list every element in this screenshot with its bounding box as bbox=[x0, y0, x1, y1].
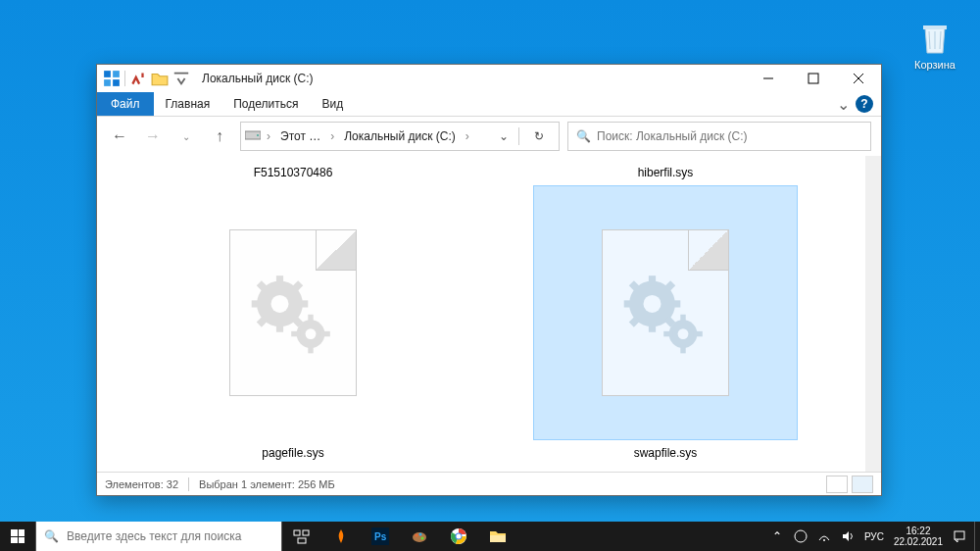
status-bar: Элементов: 32 Выбран 1 элемент: 256 МБ bbox=[97, 472, 881, 495]
chevron-right-icon[interactable]: › bbox=[328, 129, 336, 143]
svg-rect-2 bbox=[113, 71, 120, 77]
qat-properties-icon[interactable] bbox=[129, 70, 147, 87]
svg-point-54 bbox=[457, 534, 462, 539]
tray-language[interactable]: РУС bbox=[864, 531, 884, 542]
ribbon-expand-icon[interactable]: ⌄ bbox=[837, 95, 850, 114]
quick-access-toolbar bbox=[97, 70, 196, 87]
nav-up-button[interactable]: ↑ bbox=[207, 124, 232, 149]
svg-rect-29 bbox=[649, 322, 656, 332]
tray-google-icon[interactable] bbox=[794, 529, 808, 543]
start-button[interactable] bbox=[0, 522, 35, 551]
taskbar-pinned-apps: Ps bbox=[282, 522, 517, 551]
close-button[interactable] bbox=[836, 65, 881, 92]
tray-date: 22.02.2021 bbox=[894, 536, 943, 547]
qat-app-icon[interactable] bbox=[103, 70, 121, 87]
tray-clock[interactable]: 16:22 22.02.2021 bbox=[894, 526, 943, 547]
svg-rect-14 bbox=[252, 300, 263, 307]
svg-rect-30 bbox=[624, 300, 635, 307]
taskbar: 🔍 Ps ⌃ РУС 16:22 22.02.2021 bbox=[0, 522, 980, 551]
svg-rect-3 bbox=[104, 79, 111, 86]
title-bar[interactable]: Локальный диск (C:) bbox=[97, 65, 881, 92]
svg-rect-55 bbox=[490, 535, 506, 542]
maximize-button[interactable] bbox=[791, 65, 836, 92]
svg-rect-1 bbox=[104, 71, 111, 77]
svg-rect-45 bbox=[298, 538, 306, 543]
svg-point-50 bbox=[419, 533, 422, 536]
explorer-window: Локальный диск (C:) Файл Главная Поделит… bbox=[96, 64, 882, 496]
view-details-button[interactable] bbox=[826, 476, 848, 493]
ribbon-tabs: Файл Главная Поделиться Вид ⌄ ? bbox=[97, 92, 881, 117]
svg-rect-41 bbox=[694, 331, 703, 336]
qat-folder-icon[interactable] bbox=[151, 70, 169, 87]
svg-rect-28 bbox=[649, 276, 656, 286]
chevron-right-icon[interactable]: › bbox=[464, 129, 471, 143]
svg-point-51 bbox=[421, 537, 424, 540]
show-desktop-button[interactable] bbox=[974, 522, 980, 551]
tray-notifications-icon[interactable] bbox=[953, 529, 966, 543]
task-view-button[interactable] bbox=[282, 522, 321, 551]
tray-volume-icon[interactable] bbox=[841, 529, 855, 543]
drive-icon bbox=[245, 129, 261, 144]
ribbon-tab-file[interactable]: Файл bbox=[97, 92, 154, 116]
svg-rect-58 bbox=[955, 531, 964, 539]
svg-rect-22 bbox=[308, 315, 313, 324]
taskbar-app-chrome[interactable] bbox=[439, 522, 478, 551]
nav-forward-button[interactable]: → bbox=[140, 124, 166, 149]
svg-point-36 bbox=[644, 295, 662, 313]
taskbar-app-explorer[interactable] bbox=[478, 522, 517, 551]
svg-rect-6 bbox=[808, 74, 818, 83]
svg-rect-12 bbox=[276, 276, 283, 286]
breadcrumb-current[interactable]: Локальный диск (C:) bbox=[340, 125, 460, 148]
taskbar-app-photoshop[interactable]: Ps bbox=[361, 522, 400, 551]
search-icon: 🔍 bbox=[44, 529, 59, 543]
qat-dropdown-icon[interactable] bbox=[172, 70, 190, 87]
status-item-count: Элементов: 32 bbox=[105, 478, 178, 490]
ribbon-tab-share[interactable]: Поделиться bbox=[221, 92, 310, 116]
file-thumbnail[interactable] bbox=[161, 185, 425, 440]
vertical-scrollbar[interactable] bbox=[865, 156, 881, 472]
tray-chevron-up-icon[interactable]: ⌃ bbox=[770, 529, 784, 543]
refresh-button[interactable]: ↻ bbox=[523, 122, 555, 151]
svg-rect-44 bbox=[303, 530, 309, 535]
svg-rect-4 bbox=[113, 79, 120, 86]
svg-text:Ps: Ps bbox=[374, 531, 387, 542]
search-input[interactable] bbox=[597, 129, 862, 143]
address-dropdown-icon[interactable]: ⌄ bbox=[493, 129, 514, 143]
svg-rect-43 bbox=[294, 530, 300, 535]
minimize-button[interactable] bbox=[746, 65, 791, 92]
svg-point-42 bbox=[678, 328, 689, 339]
file-name: swapfile.sys bbox=[634, 444, 698, 462]
svg-rect-15 bbox=[298, 300, 309, 307]
file-name: F51510370486 bbox=[254, 164, 333, 181]
svg-rect-39 bbox=[680, 344, 685, 353]
taskbar-search-input[interactable] bbox=[67, 529, 273, 543]
taskbar-search[interactable]: 🔍 bbox=[35, 522, 282, 551]
search-box[interactable]: 🔍 bbox=[567, 122, 871, 151]
file-list-area[interactable]: F51510370486 bbox=[97, 156, 865, 472]
desktop-icon-recycle-bin[interactable]: Корзина bbox=[907, 18, 962, 71]
taskbar-app-media[interactable] bbox=[321, 522, 361, 551]
file-name: hiberfil.sys bbox=[638, 164, 694, 181]
nav-recent-dropdown[interactable]: ⌄ bbox=[173, 124, 199, 149]
address-bar[interactable]: › Этот … › Локальный диск (C:) › ⌄ ↻ bbox=[240, 122, 560, 151]
ribbon-tab-view[interactable]: Вид bbox=[310, 92, 355, 116]
svg-rect-40 bbox=[663, 331, 672, 336]
tray-network-icon[interactable] bbox=[817, 529, 831, 543]
breadcrumb-root[interactable]: Этот … bbox=[276, 125, 324, 148]
system-file-icon bbox=[229, 229, 357, 396]
status-selection: Выбран 1 элемент: 256 МБ bbox=[199, 478, 335, 490]
svg-rect-24 bbox=[291, 331, 300, 336]
nav-back-button[interactable]: ← bbox=[107, 124, 132, 149]
file-tile[interactable]: hiberfil.sys bbox=[489, 164, 842, 464]
file-thumbnail-selected[interactable] bbox=[533, 185, 798, 440]
help-icon[interactable]: ? bbox=[856, 95, 873, 113]
taskbar-app-paint[interactable] bbox=[400, 522, 439, 551]
ribbon-tab-home[interactable]: Главная bbox=[154, 92, 222, 116]
svg-point-56 bbox=[795, 530, 807, 542]
tray-time: 16:22 bbox=[894, 526, 943, 536]
desktop-icon-label: Корзина bbox=[914, 59, 956, 71]
windows-logo-icon bbox=[11, 529, 24, 543]
file-tile[interactable]: F51510370486 bbox=[117, 164, 469, 464]
chevron-right-icon[interactable]: › bbox=[265, 129, 272, 143]
view-tiles-button[interactable] bbox=[852, 476, 873, 493]
